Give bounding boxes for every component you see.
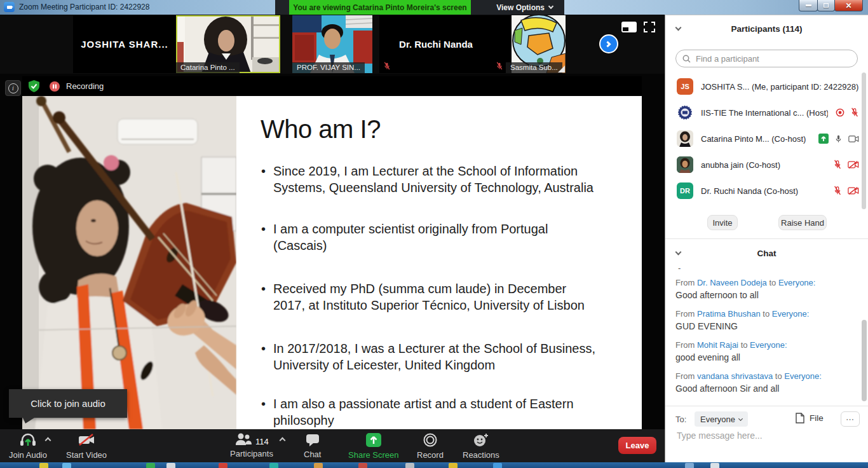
more-options-button[interactable]: ⋯ (841, 411, 860, 427)
video-tile-sasmita[interactable]: Sasmita Sub... (491, 15, 566, 73)
next-videos-button[interactable] (599, 34, 618, 53)
file-button[interactable]: File (796, 413, 824, 423)
video-off-icon (76, 432, 97, 448)
zoom-app-icon (4, 2, 15, 12)
join-audio-tooltip: Click to join audio (9, 389, 127, 418)
minimize-button[interactable] (799, 0, 818, 11)
participant-name: IIS-TIE The International c... (Host) (701, 108, 828, 118)
chat-message-header: From vandana shrivastava to Everyone: (675, 371, 822, 381)
recipient-name[interactable]: Everyone: (778, 278, 816, 287)
recording-indicator-icon[interactable] (50, 81, 60, 92)
title-bar: Zoom Meeting Participant ID: 2422928 You… (0, 0, 868, 15)
restore-button[interactable] (817, 0, 835, 11)
participant-name: Catarina Pinto M... (Co-host) (701, 134, 806, 144)
close-icon: ✕ (845, 2, 851, 10)
video-tile-vijay[interactable]: PROF. VIJAY SIN... (292, 15, 372, 73)
avatar: JS (677, 78, 693, 95)
participant-row[interactable]: JS JOSHITA S... (Me, participant ID: 242… (665, 74, 868, 100)
chat-message-header: From Dr. Naveen Dodeja to Everyone: (675, 278, 815, 287)
shared-screen-area: i Recording (0, 74, 665, 429)
participants-caret[interactable] (280, 437, 286, 444)
participant-row[interactable]: anubha jain (Co-host) (665, 152, 868, 178)
fullscreen-icon[interactable] (644, 22, 655, 32)
participants-scrollbar[interactable] (862, 72, 866, 209)
recipient-name[interactable]: Everyone: (750, 340, 787, 350)
chat-message-text: Good afternoon Sir and all (675, 383, 779, 394)
video-tile-joshita[interactable]: JOSHITA SHAR... (73, 15, 176, 73)
to-label: To: (675, 415, 686, 424)
view-options-menu[interactable]: View Options (496, 0, 553, 15)
avatar-photo (677, 156, 693, 173)
participant-name: Dr. Ruchi Nanda (379, 15, 492, 73)
recording-bar: Recording (22, 76, 642, 96)
sender-name[interactable]: vandana shrivastava (697, 371, 773, 381)
participant-name: anubha jain (Co-host) (701, 160, 780, 170)
chat-message-header: From Pratima Bhushan to Everyone: (675, 309, 809, 319)
invite-button[interactable]: Invite (707, 215, 738, 230)
share-screen-button[interactable]: Share Screen (348, 432, 399, 460)
recipient-dropdown[interactable]: Everyone (695, 411, 748, 427)
participants-button[interactable]: 114 Participants (230, 432, 273, 458)
chevron-down-icon (548, 4, 553, 9)
info-button[interactable]: i (5, 80, 21, 96)
participant-name: JOSHITA SHAR... (73, 15, 176, 73)
recipient-name[interactable]: Everyone: (772, 309, 810, 319)
slide-bullet: I am also a passionate artist and a stud… (273, 396, 574, 429)
slide-bullet: I am a computer scientist originally fro… (273, 221, 548, 254)
chat-message-text: Good afternoon to all (675, 290, 759, 300)
security-shield-icon (29, 80, 39, 92)
zoom-meeting-window: Zoom Meeting Participant ID: 2422928 You… (0, 0, 868, 468)
side-panel: Participants (114) JS JOSHITA S... (Me, … (665, 15, 868, 462)
window-title: Zoom Meeting Participant ID: 2422928 (19, 3, 149, 11)
share-screen-label: Share Screen (348, 450, 399, 460)
chat-scrollbar[interactable] (862, 320, 867, 401)
participant-name: Sasmita Sub... (506, 62, 562, 73)
minimize-icon (806, 4, 811, 6)
chat-bubble-icon (305, 432, 320, 447)
recipient-name[interactable]: Everyone: (784, 371, 822, 381)
participant-row[interactable]: IIS-TIE The International c... (Host) (665, 100, 868, 126)
taskbar-sliver (0, 462, 868, 468)
avatar-photo (677, 130, 693, 147)
sender-name[interactable]: Pratima Bhushan (697, 309, 761, 319)
raise-hand-button[interactable]: Raise Hand (778, 215, 827, 230)
gallery-view-icon[interactable] (621, 22, 637, 32)
sender-name[interactable]: Mohit Rajai (697, 340, 738, 350)
video-tile-ruchi[interactable]: Dr. Ruchi Nanda (379, 15, 492, 73)
video-tile-catarina[interactable]: Catarina Pinto ... (176, 15, 280, 73)
participants-label: Participants (230, 449, 273, 458)
info-icon: i (8, 83, 18, 93)
file-label: File (810, 413, 824, 423)
join-audio-button[interactable]: Join Audio (9, 432, 47, 460)
avatar (677, 156, 693, 173)
leave-button[interactable]: Leave (618, 437, 656, 454)
chat-panel-title: Chat (665, 249, 868, 258)
video-off-icon (848, 160, 859, 169)
avatar: DR (677, 182, 693, 199)
view-options-label: View Options (496, 3, 545, 12)
resize-handle[interactable] (558, 65, 565, 72)
participant-name: PROF. VIJAY SIN... (292, 62, 365, 73)
avatar (677, 104, 693, 121)
video-strip: JOSHITA SHAR... Catarina Pinto ... (0, 15, 665, 74)
sender-name[interactable]: Dr. Naveen Dodeja (697, 278, 767, 287)
participant-name: Dr. Ruchi Nanda (Co-host) (701, 186, 798, 196)
slide-bullet: Received my PhD (summa cum laude) in Dec… (273, 280, 585, 313)
record-button[interactable]: Record (417, 432, 444, 460)
participant-search[interactable] (675, 50, 858, 67)
chat-message-input[interactable] (675, 430, 853, 441)
viewing-banner: You are viewing Catarina Pinto Moreira's… (289, 0, 471, 15)
start-video-button[interactable]: Start Video (66, 432, 107, 460)
participant-row[interactable]: Catarina Pinto M... (Co-host) (665, 126, 868, 152)
close-button[interactable]: ✕ (834, 0, 863, 11)
reactions-label: Reactions (463, 450, 499, 460)
search-input[interactable] (695, 53, 851, 64)
participant-row[interactable]: DR Dr. Ruchi Nanda (Co-host) (665, 178, 868, 204)
reactions-button[interactable]: Reactions (463, 432, 499, 460)
video-on-icon (848, 135, 859, 143)
participants-panel-title: Participants (114) (665, 24, 868, 34)
record-icon (423, 432, 438, 448)
recording-dot-icon (836, 108, 844, 117)
chat-button[interactable]: Chat (304, 432, 321, 459)
muted-mic-icon (496, 62, 503, 70)
